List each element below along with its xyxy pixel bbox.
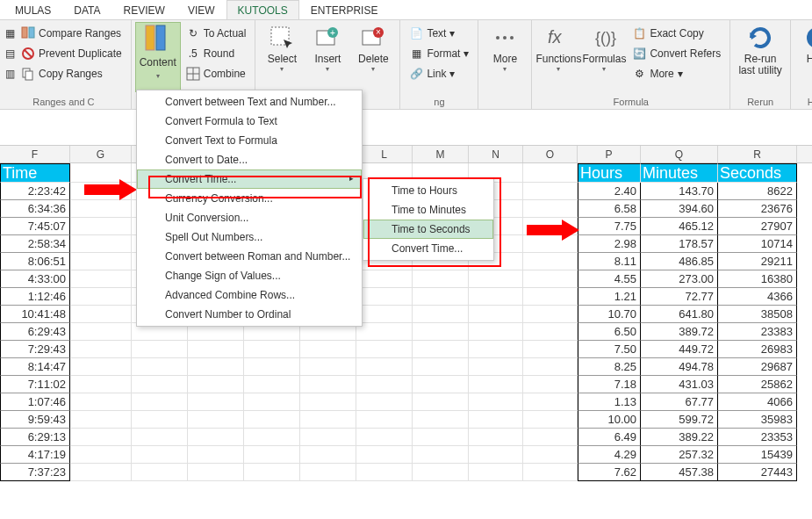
cell[interactable]: [413, 323, 469, 341]
cell[interactable]: [188, 341, 244, 358]
cell[interactable]: [469, 376, 523, 393]
cell[interactable]: 389.72: [641, 323, 718, 341]
cell[interactable]: 449.72: [641, 341, 718, 358]
cell[interactable]: [188, 393, 244, 411]
cell[interactable]: [70, 446, 132, 464]
menu-item[interactable]: Convert Time...▸: [137, 169, 362, 189]
cell[interactable]: 15439: [718, 446, 797, 464]
cell[interactable]: [70, 323, 132, 341]
exact-copy-button[interactable]: 📋Exact Copy: [629, 24, 724, 43]
cell[interactable]: [413, 341, 469, 358]
cell[interactable]: 1:12:46: [0, 288, 70, 306]
cell[interactable]: 23383: [718, 323, 797, 341]
cell[interactable]: [523, 464, 578, 481]
cell[interactable]: [523, 376, 578, 393]
insert-button[interactable]: +Insert▾: [305, 22, 350, 92]
cell[interactable]: 10.70: [578, 306, 641, 323]
cell[interactable]: [70, 411, 132, 429]
cell[interactable]: [413, 306, 469, 323]
cell[interactable]: Hours: [578, 163, 641, 183]
cell[interactable]: [300, 464, 356, 481]
cell[interactable]: [356, 376, 413, 393]
cell[interactable]: [469, 429, 523, 446]
column-header-Q[interactable]: Q: [641, 146, 718, 162]
cell[interactable]: [523, 200, 578, 218]
cell[interactable]: [70, 218, 132, 235]
cell[interactable]: 394.60: [641, 200, 718, 218]
cell[interactable]: [70, 235, 132, 253]
cell[interactable]: 1.13: [578, 393, 641, 411]
menu-item[interactable]: Advanced Combine Rows...: [137, 285, 362, 305]
menu-item[interactable]: Convert between Text and Number...: [137, 92, 362, 112]
cell[interactable]: [523, 183, 578, 200]
cell[interactable]: [132, 429, 188, 446]
cell[interactable]: 9:59:43: [0, 411, 70, 429]
cell[interactable]: 641.80: [641, 306, 718, 323]
cell[interactable]: [356, 306, 413, 323]
menu-item[interactable]: Convert Text to Formula: [137, 131, 362, 150]
submenu-item[interactable]: Convert Time...: [363, 239, 493, 258]
menu-item[interactable]: Spell Out Numbers...: [137, 227, 362, 247]
cell[interactable]: 6:34:36: [0, 200, 70, 218]
cell[interactable]: [413, 446, 469, 464]
cell[interactable]: 6.58: [578, 200, 641, 218]
cell[interactable]: [469, 270, 523, 288]
menu-item[interactable]: Unit Conversion...: [137, 208, 362, 227]
cell[interactable]: 16380: [718, 270, 797, 288]
menu-item[interactable]: Convert to Date...: [137, 150, 362, 169]
cell[interactable]: [523, 446, 578, 464]
formulas-button[interactable]: {()}Formulas▾: [581, 22, 627, 92]
cell[interactable]: [188, 446, 244, 464]
more-formula-button[interactable]: ⚙More▾: [629, 64, 724, 83]
cell[interactable]: [469, 306, 523, 323]
cell[interactable]: [469, 393, 523, 411]
ribbon-icon-2[interactable]: ▤: [2, 44, 14, 63]
cell[interactable]: 25862: [718, 376, 797, 393]
tab-view[interactable]: VIEW: [176, 0, 226, 19]
cell[interactable]: 4.55: [578, 270, 641, 288]
cell[interactable]: [244, 429, 300, 446]
tab-formulas[interactable]: MULAS: [4, 0, 62, 19]
cell[interactable]: [244, 358, 300, 376]
cell[interactable]: Minutes: [641, 163, 718, 183]
cell[interactable]: [523, 235, 578, 253]
cell[interactable]: 67.77: [641, 393, 718, 411]
cell[interactable]: [413, 270, 469, 288]
cell[interactable]: [300, 393, 356, 411]
cell[interactable]: [132, 464, 188, 481]
cell[interactable]: 29211: [718, 253, 797, 270]
cell[interactable]: 10.00: [578, 411, 641, 429]
cell[interactable]: [70, 358, 132, 376]
cell[interactable]: [132, 411, 188, 429]
cell[interactable]: 465.12: [641, 218, 718, 235]
submenu-item[interactable]: Time to Seconds: [363, 220, 493, 239]
cell[interactable]: 7:45:07: [0, 218, 70, 235]
cell[interactable]: [300, 341, 356, 358]
cell[interactable]: [523, 253, 578, 270]
prevent-duplicate-button[interactable]: Prevent Duplicate: [18, 44, 126, 63]
cell[interactable]: [188, 429, 244, 446]
cell[interactable]: 7:29:43: [0, 341, 70, 358]
column-header-R[interactable]: R: [718, 146, 797, 162]
convert-refers-button[interactable]: 🔄Convert Refers: [629, 44, 724, 63]
cell[interactable]: [132, 393, 188, 411]
cell[interactable]: 8:06:51: [0, 253, 70, 270]
cell[interactable]: [70, 183, 132, 200]
cell[interactable]: 431.03: [641, 376, 718, 393]
cell[interactable]: [469, 323, 523, 341]
cell[interactable]: 2.98: [578, 235, 641, 253]
cell[interactable]: 27907: [718, 218, 797, 235]
cell[interactable]: [132, 376, 188, 393]
cell[interactable]: 7.62: [578, 464, 641, 481]
combine-button[interactable]: Combine: [183, 64, 250, 83]
menu-item[interactable]: Convert Number to Ordinal: [137, 305, 362, 324]
cell[interactable]: [523, 358, 578, 376]
cell[interactable]: 273.00: [641, 270, 718, 288]
column-header-N[interactable]: N: [469, 146, 523, 162]
cell[interactable]: 7.18: [578, 376, 641, 393]
cell[interactable]: [356, 323, 413, 341]
cell[interactable]: 8622: [718, 183, 797, 200]
cell[interactable]: 4:17:19: [0, 446, 70, 464]
column-header-L[interactable]: L: [356, 146, 413, 162]
cell[interactable]: 6.50: [578, 323, 641, 341]
